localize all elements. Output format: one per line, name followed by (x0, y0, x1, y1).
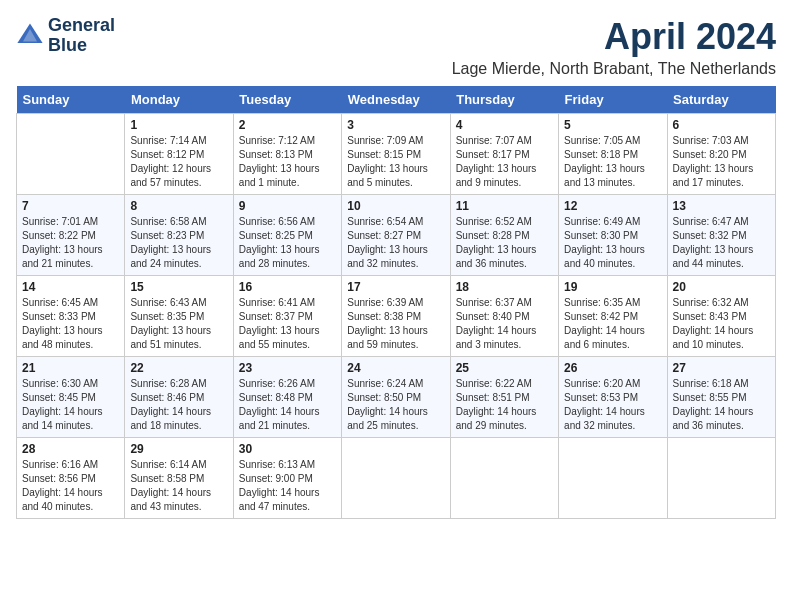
day-number: 30 (239, 442, 336, 456)
day-number: 9 (239, 199, 336, 213)
calendar-cell: 27Sunrise: 6:18 AMSunset: 8:55 PMDayligh… (667, 357, 775, 438)
calendar-week-row: 7Sunrise: 7:01 AMSunset: 8:22 PMDaylight… (17, 195, 776, 276)
day-number: 8 (130, 199, 227, 213)
weekday-monday: Monday (125, 86, 233, 114)
day-info: Sunrise: 6:39 AMSunset: 8:38 PMDaylight:… (347, 296, 444, 352)
day-info: Sunrise: 6:18 AMSunset: 8:55 PMDaylight:… (673, 377, 770, 433)
main-title: April 2024 (452, 16, 776, 58)
day-number: 4 (456, 118, 553, 132)
calendar-cell: 21Sunrise: 6:30 AMSunset: 8:45 PMDayligh… (17, 357, 125, 438)
calendar-cell: 5Sunrise: 7:05 AMSunset: 8:18 PMDaylight… (559, 114, 667, 195)
day-info: Sunrise: 6:37 AMSunset: 8:40 PMDaylight:… (456, 296, 553, 352)
day-number: 26 (564, 361, 661, 375)
calendar-cell: 9Sunrise: 6:56 AMSunset: 8:25 PMDaylight… (233, 195, 341, 276)
day-info: Sunrise: 6:45 AMSunset: 8:33 PMDaylight:… (22, 296, 119, 352)
calendar-cell: 4Sunrise: 7:07 AMSunset: 8:17 PMDaylight… (450, 114, 558, 195)
day-info: Sunrise: 6:54 AMSunset: 8:27 PMDaylight:… (347, 215, 444, 271)
day-number: 19 (564, 280, 661, 294)
day-info: Sunrise: 7:12 AMSunset: 8:13 PMDaylight:… (239, 134, 336, 190)
day-info: Sunrise: 7:05 AMSunset: 8:18 PMDaylight:… (564, 134, 661, 190)
day-info: Sunrise: 6:56 AMSunset: 8:25 PMDaylight:… (239, 215, 336, 271)
weekday-friday: Friday (559, 86, 667, 114)
day-number: 29 (130, 442, 227, 456)
weekday-header-row: SundayMondayTuesdayWednesdayThursdayFrid… (17, 86, 776, 114)
calendar-cell (342, 438, 450, 519)
day-number: 16 (239, 280, 336, 294)
calendar-cell: 10Sunrise: 6:54 AMSunset: 8:27 PMDayligh… (342, 195, 450, 276)
day-number: 25 (456, 361, 553, 375)
weekday-wednesday: Wednesday (342, 86, 450, 114)
subtitle: Lage Mierde, North Brabant, The Netherla… (452, 60, 776, 78)
logo-text: General Blue (48, 16, 115, 56)
calendar-cell: 14Sunrise: 6:45 AMSunset: 8:33 PMDayligh… (17, 276, 125, 357)
day-info: Sunrise: 6:28 AMSunset: 8:46 PMDaylight:… (130, 377, 227, 433)
day-number: 12 (564, 199, 661, 213)
day-number: 11 (456, 199, 553, 213)
day-number: 24 (347, 361, 444, 375)
calendar-cell: 13Sunrise: 6:47 AMSunset: 8:32 PMDayligh… (667, 195, 775, 276)
day-info: Sunrise: 6:47 AMSunset: 8:32 PMDaylight:… (673, 215, 770, 271)
day-info: Sunrise: 6:32 AMSunset: 8:43 PMDaylight:… (673, 296, 770, 352)
day-info: Sunrise: 6:14 AMSunset: 8:58 PMDaylight:… (130, 458, 227, 514)
calendar-cell: 16Sunrise: 6:41 AMSunset: 8:37 PMDayligh… (233, 276, 341, 357)
day-info: Sunrise: 6:24 AMSunset: 8:50 PMDaylight:… (347, 377, 444, 433)
day-number: 28 (22, 442, 119, 456)
day-info: Sunrise: 6:22 AMSunset: 8:51 PMDaylight:… (456, 377, 553, 433)
day-number: 1 (130, 118, 227, 132)
day-info: Sunrise: 7:01 AMSunset: 8:22 PMDaylight:… (22, 215, 119, 271)
day-number: 3 (347, 118, 444, 132)
calendar-cell: 11Sunrise: 6:52 AMSunset: 8:28 PMDayligh… (450, 195, 558, 276)
calendar-week-row: 14Sunrise: 6:45 AMSunset: 8:33 PMDayligh… (17, 276, 776, 357)
calendar-cell: 15Sunrise: 6:43 AMSunset: 8:35 PMDayligh… (125, 276, 233, 357)
day-number: 21 (22, 361, 119, 375)
day-info: Sunrise: 6:49 AMSunset: 8:30 PMDaylight:… (564, 215, 661, 271)
calendar-table: SundayMondayTuesdayWednesdayThursdayFrid… (16, 86, 776, 519)
calendar-cell: 29Sunrise: 6:14 AMSunset: 8:58 PMDayligh… (125, 438, 233, 519)
calendar-cell (667, 438, 775, 519)
weekday-saturday: Saturday (667, 86, 775, 114)
calendar-cell: 19Sunrise: 6:35 AMSunset: 8:42 PMDayligh… (559, 276, 667, 357)
calendar-cell: 2Sunrise: 7:12 AMSunset: 8:13 PMDaylight… (233, 114, 341, 195)
day-number: 10 (347, 199, 444, 213)
day-number: 13 (673, 199, 770, 213)
day-info: Sunrise: 6:35 AMSunset: 8:42 PMDaylight:… (564, 296, 661, 352)
title-area: April 2024 Lage Mierde, North Brabant, T… (452, 16, 776, 78)
day-info: Sunrise: 6:30 AMSunset: 8:45 PMDaylight:… (22, 377, 119, 433)
calendar-cell: 25Sunrise: 6:22 AMSunset: 8:51 PMDayligh… (450, 357, 558, 438)
calendar-cell: 1Sunrise: 7:14 AMSunset: 8:12 PMDaylight… (125, 114, 233, 195)
day-info: Sunrise: 7:14 AMSunset: 8:12 PMDaylight:… (130, 134, 227, 190)
day-info: Sunrise: 7:03 AMSunset: 8:20 PMDaylight:… (673, 134, 770, 190)
day-number: 23 (239, 361, 336, 375)
day-number: 2 (239, 118, 336, 132)
calendar-cell: 7Sunrise: 7:01 AMSunset: 8:22 PMDaylight… (17, 195, 125, 276)
calendar-cell: 24Sunrise: 6:24 AMSunset: 8:50 PMDayligh… (342, 357, 450, 438)
day-number: 18 (456, 280, 553, 294)
day-info: Sunrise: 7:09 AMSunset: 8:15 PMDaylight:… (347, 134, 444, 190)
day-number: 27 (673, 361, 770, 375)
calendar-cell (450, 438, 558, 519)
calendar-week-row: 28Sunrise: 6:16 AMSunset: 8:56 PMDayligh… (17, 438, 776, 519)
calendar-cell: 30Sunrise: 6:13 AMSunset: 9:00 PMDayligh… (233, 438, 341, 519)
logo-icon (16, 22, 44, 50)
calendar-week-row: 21Sunrise: 6:30 AMSunset: 8:45 PMDayligh… (17, 357, 776, 438)
calendar-cell: 8Sunrise: 6:58 AMSunset: 8:23 PMDaylight… (125, 195, 233, 276)
weekday-thursday: Thursday (450, 86, 558, 114)
logo: General Blue (16, 16, 115, 56)
day-info: Sunrise: 6:41 AMSunset: 8:37 PMDaylight:… (239, 296, 336, 352)
calendar-cell: 12Sunrise: 6:49 AMSunset: 8:30 PMDayligh… (559, 195, 667, 276)
day-number: 5 (564, 118, 661, 132)
day-info: Sunrise: 6:20 AMSunset: 8:53 PMDaylight:… (564, 377, 661, 433)
calendar-cell (559, 438, 667, 519)
day-info: Sunrise: 6:26 AMSunset: 8:48 PMDaylight:… (239, 377, 336, 433)
day-info: Sunrise: 6:16 AMSunset: 8:56 PMDaylight:… (22, 458, 119, 514)
day-info: Sunrise: 7:07 AMSunset: 8:17 PMDaylight:… (456, 134, 553, 190)
day-number: 22 (130, 361, 227, 375)
weekday-tuesday: Tuesday (233, 86, 341, 114)
calendar-cell: 26Sunrise: 6:20 AMSunset: 8:53 PMDayligh… (559, 357, 667, 438)
calendar-cell: 17Sunrise: 6:39 AMSunset: 8:38 PMDayligh… (342, 276, 450, 357)
day-info: Sunrise: 6:58 AMSunset: 8:23 PMDaylight:… (130, 215, 227, 271)
weekday-sunday: Sunday (17, 86, 125, 114)
calendar-week-row: 1Sunrise: 7:14 AMSunset: 8:12 PMDaylight… (17, 114, 776, 195)
day-number: 15 (130, 280, 227, 294)
day-info: Sunrise: 6:13 AMSunset: 9:00 PMDaylight:… (239, 458, 336, 514)
